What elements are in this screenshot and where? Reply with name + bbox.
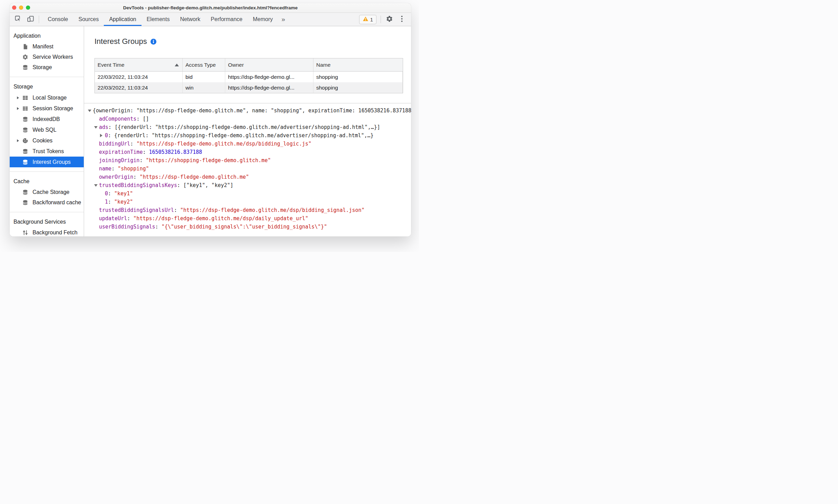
- preview-text: :: [143, 149, 149, 155]
- sidebar-item-cache-storage[interactable]: Cache Storage: [10, 187, 84, 197]
- device-toolbar-icon: [27, 15, 34, 24]
- column-header-owner[interactable]: Owner: [225, 58, 313, 71]
- table-cell: shopping: [313, 82, 403, 93]
- toolbar-right-cluster: 1: [359, 15, 406, 24]
- tree-line[interactable]: 0: "key1": [84, 189, 411, 198]
- sidebar-item-storage[interactable]: Storage: [10, 62, 84, 73]
- tree-line[interactable]: name: "shopping": [84, 165, 411, 173]
- preview-text: :: [108, 199, 114, 205]
- table-row[interactable]: 22/03/2022, 11:03:24bidhttps://dsp-fledg…: [95, 72, 403, 82]
- tree-line[interactable]: {ownerOrigin: "https://dsp-fledge-demo.g…: [84, 106, 411, 115]
- preview-text: :: [127, 215, 133, 222]
- preview-text: :: [130, 141, 136, 147]
- inspect-element-button[interactable]: [13, 14, 23, 25]
- sidebar-item-label: Trust Tokens: [33, 148, 64, 155]
- sidebar-item-manifest[interactable]: Manifest: [10, 41, 84, 52]
- property-name: 1: [105, 199, 108, 205]
- tab-elements[interactable]: Elements: [142, 13, 175, 26]
- tab-console[interactable]: Console: [43, 13, 73, 26]
- issues-warning-badge[interactable]: 1: [359, 15, 376, 24]
- sidebar-item-label: Cookies: [33, 138, 53, 144]
- application-sidebar: Application Manifest Service Workers Sto…: [10, 26, 84, 236]
- zoom-button[interactable]: [26, 6, 30, 10]
- column-header-label: Name: [316, 62, 330, 68]
- expander-collapsed-icon[interactable]: [17, 139, 21, 142]
- settings-button[interactable]: [385, 15, 394, 24]
- expander-expanded-icon[interactable]: [94, 184, 98, 187]
- more-tabs-button[interactable]: »: [278, 13, 289, 26]
- document-icon: [22, 44, 28, 50]
- tree-line[interactable]: 1: "key2": [84, 198, 411, 206]
- tree-line[interactable]: trustedBiddingSignalsUrl: "https://dsp-f…: [84, 206, 411, 214]
- property-name: name: [99, 166, 111, 172]
- sidebar-item-trust-tokens[interactable]: Trust Tokens: [10, 146, 84, 157]
- devtools-window: DevTools - publisher-fledge-demo.glitch.…: [10, 3, 411, 236]
- minimize-button[interactable]: [19, 6, 23, 10]
- panel-title-row: Interest Groups: [94, 37, 156, 46]
- string-value: "https://dsp-fledge-demo.glitch.me/dsp/b…: [180, 207, 365, 213]
- sidebar-item-session-storage[interactable]: Session Storage: [10, 103, 84, 114]
- tree-line[interactable]: updateUrl: "https://dsp-fledge-demo.glit…: [84, 214, 411, 223]
- tree-line[interactable]: trustedBiddingSignalsKeys: ["key1", "key…: [84, 181, 411, 189]
- table-cell: win: [183, 82, 225, 93]
- expander-expanded-icon[interactable]: [88, 110, 91, 112]
- sidebar-item-indexeddb[interactable]: IndexedDB: [10, 114, 84, 124]
- column-header-name[interactable]: Name: [313, 58, 403, 71]
- tab-network[interactable]: Network: [175, 13, 206, 26]
- string-value: "https://dsp-fledge-demo.glitch.me/dsp/b…: [136, 141, 311, 147]
- property-name: ads: [99, 124, 108, 130]
- table-cell: https://dsp-fledge-demo.gl...: [225, 82, 313, 93]
- gear-icon: [22, 54, 28, 60]
- details-splitter[interactable]: [84, 103, 411, 103]
- kebab-menu-button[interactable]: [397, 15, 406, 24]
- database-icon: [22, 64, 28, 71]
- column-header-event-time[interactable]: Event Time: [95, 58, 183, 71]
- number-value: 1650538216.837188: [149, 149, 202, 155]
- sidebar-item-background-fetch[interactable]: Background Fetch: [10, 227, 84, 236]
- sidebar-item-service-workers[interactable]: Service Workers: [10, 52, 84, 62]
- string-value: "https://shopping-fledge-demo.glitch.me": [146, 157, 271, 164]
- column-header-label: Access Type: [185, 62, 216, 68]
- close-button[interactable]: [12, 6, 16, 10]
- sidebar-section-header-background-services: Background Services: [10, 216, 84, 227]
- expander-expanded-icon[interactable]: [94, 126, 98, 129]
- sidebar-section-cache: Cache Cache Storage Back/forward cache: [10, 172, 84, 212]
- sidebar-item-label: IndexedDB: [33, 116, 60, 122]
- property-name: joiningOrigin: [99, 157, 139, 164]
- tab-performance[interactable]: Performance: [206, 13, 248, 26]
- sidebar-item-cookies[interactable]: Cookies: [10, 135, 84, 146]
- column-header-access-type[interactable]: Access Type: [183, 58, 225, 71]
- tree-line[interactable]: biddingUrl: "https://dsp-fledge-demo.gli…: [84, 140, 411, 148]
- expander-collapsed-icon[interactable]: [17, 96, 21, 99]
- tab-memory[interactable]: Memory: [248, 13, 278, 26]
- sidebar-item-label: Service Workers: [33, 54, 73, 60]
- tree-line[interactable]: expirationTime: 1650538216.837188: [84, 148, 411, 156]
- toggle-device-toolbar-button[interactable]: [26, 14, 35, 25]
- tree-line[interactable]: ownerOrigin: "https://dsp-fledge-demo.gl…: [84, 173, 411, 181]
- sidebar-item-back-forward-cache[interactable]: Back/forward cache: [10, 197, 84, 208]
- titlebar: DevTools - publisher-fledge-demo.glitch.…: [10, 3, 411, 13]
- tree-line[interactable]: ads: [{renderUrl: "https://shopping-fled…: [84, 123, 411, 131]
- tree-line[interactable]: joiningOrigin: "https://shopping-fledge-…: [84, 156, 411, 165]
- table-cell: bid: [183, 72, 225, 82]
- table-cell: 22/03/2022, 11:03:24: [95, 82, 183, 93]
- table-row[interactable]: 22/03/2022, 11:03:24winhttps://dsp-fledg…: [95, 82, 403, 93]
- tree-line[interactable]: adComponents: []: [84, 115, 411, 123]
- expander-collapsed-icon[interactable]: [17, 107, 21, 110]
- sidebar-item-interest-groups[interactable]: Interest Groups: [10, 157, 84, 167]
- sidebar-item-label: Local Storage: [33, 95, 67, 101]
- sidebar-section-header-application: Application: [10, 30, 84, 41]
- sidebar-item-web-sql[interactable]: Web SQL: [10, 124, 84, 135]
- sidebar-item-label: Storage: [33, 64, 52, 71]
- expander-collapsed-icon[interactable]: [100, 134, 102, 137]
- tab-sources[interactable]: Sources: [73, 13, 104, 26]
- property-name: updateUrl: [99, 215, 127, 222]
- info-icon[interactable]: [151, 39, 156, 45]
- database-icon: [22, 116, 28, 122]
- tree-line[interactable]: 0: {renderUrl: "https://shopping-fledge-…: [84, 131, 411, 140]
- tree-line[interactable]: userBiddingSignals: "{\"user_bidding_sig…: [84, 223, 411, 231]
- sidebar-item-label: Session Storage: [33, 105, 73, 112]
- sidebar-item-local-storage[interactable]: Local Storage: [10, 92, 84, 103]
- traffic-lights: [12, 6, 30, 10]
- tab-application[interactable]: Application: [104, 13, 141, 26]
